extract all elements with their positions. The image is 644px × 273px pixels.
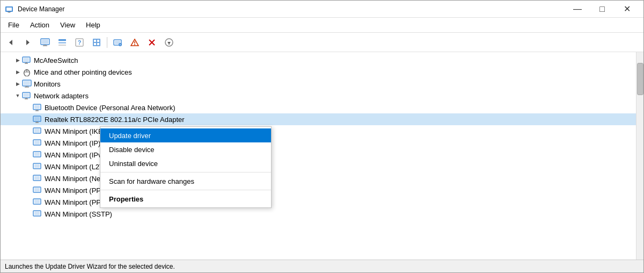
resources-button[interactable] bbox=[89, 35, 105, 50]
app-icon bbox=[5, 5, 13, 13]
device-manager-window: Device Manager — □ ✕ File Action View He… bbox=[0, 0, 644, 273]
svg-rect-41 bbox=[24, 81, 30, 85]
status-text: Launches the Update Driver Wizard for th… bbox=[5, 263, 175, 270]
expand-arrow-mcafee[interactable]: ▶ bbox=[13, 56, 22, 64]
expand-arrow-network[interactable]: ▼ bbox=[13, 91, 22, 100]
svg-rect-67 bbox=[34, 188, 40, 192]
list-view-button[interactable] bbox=[54, 35, 70, 50]
tree-item-label-mcafee: McAfeeSwitch bbox=[34, 56, 78, 64]
tree-item-mcafee[interactable]: ▶ McAfeeSwitch bbox=[1, 54, 636, 66]
svg-rect-53 bbox=[34, 117, 40, 121]
network-card-icon-bluetooth bbox=[33, 103, 42, 112]
main-content: ▶ McAfeeSwitch ▶ bbox=[1, 52, 643, 260]
svg-rect-33 bbox=[24, 58, 29, 62]
context-menu-separator-2 bbox=[100, 190, 271, 190]
status-bar: Launches the Update Driver Wizard for th… bbox=[1, 260, 643, 272]
tree-item-realtek[interactable]: ▶ Realtek RTL8822CE 802.11a/c PCIe Adapt… bbox=[1, 113, 636, 125]
network-card-icon-wan5 bbox=[33, 174, 42, 183]
svg-rect-49 bbox=[34, 105, 40, 109]
download-icon bbox=[165, 38, 173, 47]
tree-item-wan3[interactable]: ▶ WAN Miniport (IPv6) bbox=[1, 149, 636, 161]
expand-arrow-monitors[interactable]: ▶ bbox=[13, 80, 22, 88]
svg-rect-59 bbox=[34, 141, 40, 145]
properties-button[interactable]: ? bbox=[71, 35, 87, 50]
svg-point-39 bbox=[26, 69, 27, 70]
tree-item-wan2[interactable]: ▶ WAN Miniport (IP) bbox=[1, 137, 636, 149]
menu-help[interactable]: Help bbox=[80, 19, 106, 31]
device-tree: ▶ McAfeeSwitch ▶ bbox=[1, 52, 636, 260]
minimize-button[interactable]: — bbox=[565, 1, 590, 18]
menu-file[interactable]: File bbox=[3, 19, 25, 31]
network-card-icon-wan6 bbox=[33, 185, 42, 195]
expand-arrow-mice[interactable]: ▶ bbox=[13, 68, 22, 76]
tree-item-monitors[interactable]: ▶ Monitors bbox=[1, 78, 636, 90]
resources-icon bbox=[92, 38, 101, 47]
context-menu-separator-1 bbox=[100, 172, 271, 173]
download-button[interactable] bbox=[161, 35, 177, 50]
network-card-icon-wan2 bbox=[33, 138, 42, 148]
tree-item-label-wan3: WAN Miniport (IPv6) bbox=[45, 151, 108, 159]
svg-rect-71 bbox=[34, 212, 40, 215]
svg-rect-69 bbox=[34, 200, 40, 204]
tree-item-wan7[interactable]: ▶ WAN Miniport (PPTP) bbox=[1, 196, 636, 208]
vertical-scrollbar[interactable] bbox=[636, 52, 643, 260]
window-controls: — □ ✕ bbox=[565, 1, 639, 18]
context-menu-scan-hardware[interactable]: Scan for hardware changes bbox=[100, 174, 271, 188]
title-bar: Device Manager — □ ✕ bbox=[1, 1, 643, 18]
context-menu: Update driver Disable device Uninstall d… bbox=[100, 126, 272, 208]
mouse-icon-mice bbox=[22, 67, 32, 77]
svg-text:?: ? bbox=[78, 39, 82, 46]
tree-item-label-monitors: Monitors bbox=[34, 80, 61, 88]
display-button[interactable] bbox=[127, 35, 143, 50]
tree-item-label-realtek: Realtek RTL8822CE 802.11a/c PCIe Adapter bbox=[45, 116, 185, 124]
svg-rect-65 bbox=[34, 176, 40, 180]
tree-item-network-adapters[interactable]: ▼ Network adapters bbox=[1, 90, 636, 102]
remove-button[interactable] bbox=[144, 35, 160, 50]
svg-rect-19 bbox=[97, 43, 99, 45]
svg-rect-17 bbox=[97, 40, 99, 42]
maximize-button[interactable]: □ bbox=[590, 1, 614, 18]
help-icon: ? bbox=[75, 38, 84, 47]
svg-rect-12 bbox=[58, 45, 66, 46]
svg-rect-45 bbox=[24, 94, 29, 97]
network-card-icon-wan4 bbox=[33, 162, 42, 171]
scan-button[interactable] bbox=[109, 35, 126, 50]
remove-icon bbox=[148, 38, 156, 47]
forward-button[interactable] bbox=[20, 35, 36, 50]
network-card-icon-wan3 bbox=[33, 150, 42, 160]
close-button[interactable]: ✕ bbox=[614, 1, 639, 18]
svg-marker-5 bbox=[26, 40, 30, 45]
window-title: Device Manager bbox=[18, 5, 565, 13]
svg-rect-16 bbox=[94, 40, 96, 42]
menu-bar: File Action View Help bbox=[1, 18, 643, 33]
tree-item-wan5[interactable]: ▶ WAN Miniport (Network Monitor) bbox=[1, 173, 636, 184]
tree-item-wan4[interactable]: ▶ WAN Miniport (L2TP) bbox=[1, 161, 636, 173]
scroll-thumb[interactable] bbox=[637, 63, 643, 95]
menu-action[interactable]: Action bbox=[25, 19, 55, 31]
tree-item-label-wan8: WAN Miniport (SSTP) bbox=[45, 210, 112, 218]
back-button[interactable] bbox=[3, 35, 19, 50]
context-menu-properties[interactable]: Properties bbox=[100, 192, 271, 206]
tree-item-wan6[interactable]: ▶ WAN Miniport (PPPOE) bbox=[1, 184, 636, 196]
menu-view[interactable]: View bbox=[55, 19, 80, 31]
context-menu-disable-device[interactable]: Disable device bbox=[100, 142, 271, 156]
svg-rect-11 bbox=[58, 42, 66, 44]
computer-icon bbox=[40, 38, 50, 47]
tree-item-label-wan2: WAN Miniport (IP) bbox=[45, 139, 100, 147]
display-icon bbox=[130, 38, 140, 47]
network-card-icon-wan7 bbox=[33, 197, 42, 207]
tree-item-mice[interactable]: ▶ Mice and other pointing devices bbox=[1, 66, 636, 78]
tree-item-wan1[interactable]: ▶ WAN Miniport (IKEv2) bbox=[1, 125, 636, 137]
svg-rect-63 bbox=[34, 164, 40, 168]
svg-point-26 bbox=[134, 44, 135, 45]
tree-item-bluetooth[interactable]: ▶ Bluetooth Device (Personal Area Networ… bbox=[1, 102, 636, 113]
context-menu-update-driver[interactable]: Update driver bbox=[100, 128, 271, 142]
svg-rect-57 bbox=[34, 129, 40, 133]
tree-item-wan8[interactable]: ▶ WAN Miniport (SSTP) bbox=[1, 208, 636, 220]
computer-view-button[interactable] bbox=[37, 35, 53, 50]
toolbar: ? bbox=[1, 33, 643, 52]
svg-rect-7 bbox=[42, 39, 48, 44]
context-menu-uninstall-device[interactable]: Uninstall device bbox=[100, 156, 271, 170]
list-view-icon bbox=[58, 38, 67, 47]
scan-icon bbox=[113, 38, 122, 47]
